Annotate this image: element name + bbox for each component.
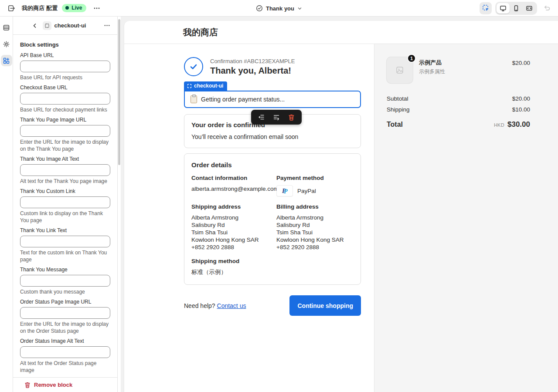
checkout-ui-block[interactable]: Getting order payment status... — [184, 91, 361, 108]
block-action-toolbar — [251, 110, 302, 125]
live-status-badge: Live — [62, 4, 86, 12]
total-currency: HKD — [494, 122, 504, 128]
delete-block-button[interactable] — [285, 111, 297, 123]
panel-body: Block settings API Base URL Base URL for… — [13, 35, 117, 377]
form-field: Checkout Base URL Base URL for checkout … — [20, 84, 110, 113]
desktop-icon — [500, 5, 507, 12]
order-summary-column: 1 示例产品 示例多属性 $20.00 Subtotal — [374, 44, 558, 392]
field-input[interactable] — [20, 275, 110, 287]
store-config-label: 我的商店 配置 — [22, 4, 58, 12]
total-value: $30.00 — [507, 120, 530, 129]
trash-icon — [288, 114, 295, 121]
fullscreen-view-button[interactable] — [523, 3, 536, 14]
form-field: Thank You Custom Link Custom link to dis… — [20, 188, 110, 224]
panel-scrollbar — [118, 17, 121, 392]
topbar-more-button[interactable] — [91, 2, 103, 14]
order-details-title: Order details — [191, 161, 354, 169]
settings-nav-button[interactable] — [1, 38, 12, 50]
scrollbar-thumb[interactable] — [118, 19, 120, 165]
field-input[interactable] — [20, 125, 110, 137]
inspect-icon — [482, 4, 490, 12]
remove-block-button[interactable]: Remove block — [13, 377, 117, 392]
continue-shopping-button[interactable]: Continue shopping — [289, 295, 361, 316]
contact-email: alberta.armstrong@example.com — [191, 185, 276, 193]
remove-block-label: Remove block — [34, 382, 72, 388]
field-help: Alt text for the Order Status page image — [20, 360, 110, 374]
summary-row: Shipping $10.00 — [387, 106, 530, 113]
panel-title: checkout-ui — [54, 22, 86, 29]
field-input[interactable] — [20, 236, 110, 247]
live-badge-label: Live — [71, 5, 82, 11]
field-input[interactable] — [20, 307, 110, 319]
reorder-block-button[interactable] — [270, 111, 282, 123]
undo-icon — [543, 4, 551, 12]
field-label: Order Status Page Image URL — [20, 299, 110, 305]
back-button[interactable] — [30, 21, 40, 30]
contact-us-link[interactable]: Contact us — [217, 302, 246, 309]
more-icon — [93, 5, 100, 12]
field-help: Alt text for the Thank You page image — [20, 178, 110, 185]
field-input[interactable] — [20, 93, 110, 105]
order-details-card: Order details Contact information albert… — [184, 153, 361, 285]
svg-text:P: P — [284, 188, 288, 195]
panel-more-button[interactable] — [102, 20, 112, 31]
mobile-view-button[interactable] — [510, 3, 523, 14]
sections-nav-button[interactable] — [1, 22, 12, 33]
payment-title: Payment method — [276, 175, 354, 181]
undo-button[interactable] — [541, 2, 553, 14]
field-label: Checkout Base URL — [20, 84, 110, 91]
field-help: Enter the URL for the image to display o… — [20, 139, 110, 152]
field-input[interactable] — [20, 164, 110, 176]
checkout-main-column: Confirmation #ABC123EXAMPLE Thank you, A… — [124, 44, 374, 392]
block-status-message: Getting order payment status... — [201, 96, 285, 103]
confirmation-check-icon — [184, 57, 203, 76]
editor-workspace: checkout-ui Block settings API Base URL … — [0, 17, 558, 392]
product-thumbnail: 1 — [387, 57, 413, 83]
store-name: 我的商店 — [183, 27, 218, 38]
billing-address-title: Billing address — [276, 203, 354, 210]
field-input[interactable] — [20, 346, 110, 358]
field-label: Thank You Image Alt Text — [20, 156, 110, 162]
form-field: Thank You Image Alt Text Alt text for th… — [20, 156, 110, 185]
billing-address-value: Alberta Armstrong Salisbury Rd Tsim Sha … — [276, 214, 354, 251]
summary-row: Subtotal $20.00 — [387, 95, 530, 102]
desktop-view-button[interactable] — [497, 3, 510, 14]
block-tag-label: checkout-ui — [194, 83, 223, 89]
total-label: Total — [387, 121, 403, 128]
mobile-icon — [513, 5, 520, 12]
need-help-label: Need help? — [184, 302, 215, 309]
product-name: 示例产品 — [419, 59, 445, 67]
field-input[interactable] — [20, 61, 110, 72]
page-selector-dropdown[interactable]: Thank you — [256, 0, 302, 17]
form-field: Order Status Page Image URL Enter the UR… — [20, 299, 110, 335]
field-list: API Base URL Base URL for API requests C… — [20, 52, 110, 377]
viewport-segmented-control — [495, 2, 537, 15]
form-field: Thank You Page Image URL Enter the URL f… — [20, 117, 110, 152]
paypal-icon: P P — [276, 185, 293, 196]
summary-row-value: $20.00 — [512, 95, 530, 102]
section-title: Block settings — [20, 41, 110, 48]
thank-you-heading: Thank you, Alberta! — [210, 66, 295, 76]
confirmation-header: Confirmation #ABC123EXAMPLE Thank you, A… — [184, 57, 361, 76]
move-to-section-button[interactable] — [255, 111, 268, 123]
contact-info-block: Contact information alberta.armstrong@ex… — [191, 175, 276, 196]
field-help: Base URL for checkout payment links — [20, 106, 110, 113]
live-dot-icon — [65, 6, 69, 10]
exit-button[interactable] — [5, 2, 17, 14]
quantity-badge: 1 — [407, 54, 416, 63]
shipping-method-block: Shipping method 标准（示例） — [191, 258, 276, 276]
field-input[interactable] — [20, 196, 110, 208]
field-help: Text for the custom link on Thank You pa… — [20, 249, 110, 263]
apps-nav-button[interactable] — [1, 55, 12, 66]
inspect-mode-button[interactable] — [480, 2, 492, 14]
more-icon — [104, 22, 110, 29]
editor-topbar: 我的商店 配置 Live Thank you — [0, 0, 558, 17]
store-header: 我的商店 — [124, 21, 558, 44]
summary-row-label: Subtotal — [387, 95, 408, 102]
left-icon-rail — [0, 17, 13, 392]
need-help-text: Need help? Contact us — [184, 302, 246, 309]
form-field: Thank You Link Text Text for the custom … — [20, 227, 110, 263]
payment-label: PayPal — [297, 187, 316, 195]
exit-icon — [7, 4, 15, 12]
product-price: $20.00 — [512, 57, 530, 66]
